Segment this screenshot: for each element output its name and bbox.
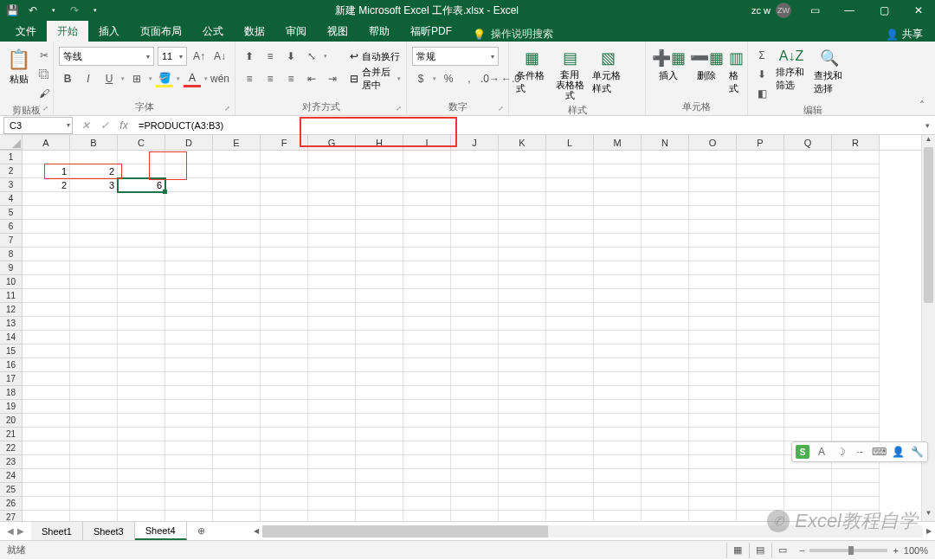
cell-R5[interactable] bbox=[832, 206, 880, 220]
row-header-26[interactable]: 26 bbox=[0, 497, 23, 511]
cell-E26[interactable] bbox=[213, 497, 261, 511]
row-header-7[interactable]: 7 bbox=[0, 234, 23, 248]
cell-K9[interactable] bbox=[499, 261, 546, 275]
cell-A9[interactable] bbox=[23, 261, 70, 275]
cell-K19[interactable] bbox=[499, 400, 546, 414]
cell-K8[interactable] bbox=[499, 248, 546, 261]
sheet-nav-prev-icon[interactable]: ◀ bbox=[7, 526, 14, 536]
cell-G8[interactable] bbox=[308, 248, 356, 261]
cell-K25[interactable] bbox=[499, 483, 546, 497]
tab-review[interactable]: 审阅 bbox=[275, 21, 317, 42]
cell-J9[interactable] bbox=[451, 261, 499, 275]
cell-D20[interactable] bbox=[165, 414, 213, 428]
cell-O13[interactable] bbox=[689, 317, 737, 331]
cell-H6[interactable] bbox=[356, 220, 403, 234]
name-box[interactable]: C3▾ bbox=[3, 117, 73, 134]
user-account[interactable]: zc w ZW bbox=[751, 3, 791, 18]
cell-R11[interactable] bbox=[832, 289, 880, 303]
font-name-combo[interactable]: 等线▾ bbox=[59, 47, 154, 66]
shrink-font-icon[interactable]: A↓ bbox=[211, 48, 229, 65]
percent-icon[interactable]: % bbox=[440, 70, 457, 87]
cell-Q17[interactable] bbox=[784, 372, 832, 386]
cell-B7[interactable] bbox=[70, 234, 118, 248]
cell-N10[interactable] bbox=[642, 275, 689, 289]
cell-G20[interactable] bbox=[308, 414, 356, 428]
cancel-formula-icon[interactable]: ✕ bbox=[76, 117, 95, 134]
cell-O21[interactable] bbox=[689, 428, 737, 441]
cell-D22[interactable] bbox=[165, 441, 213, 455]
cell-O27[interactable] bbox=[689, 511, 737, 521]
undo-dd-icon[interactable]: ▾ bbox=[47, 3, 61, 17]
cell-C9[interactable] bbox=[118, 261, 165, 275]
cell-A13[interactable] bbox=[23, 317, 70, 331]
cell-J8[interactable] bbox=[451, 248, 499, 261]
cell-J1[interactable] bbox=[451, 151, 499, 164]
sheet-tab-3[interactable]: Sheet4 bbox=[135, 522, 187, 540]
cell-P8[interactable] bbox=[737, 248, 784, 261]
cell-G5[interactable] bbox=[308, 206, 356, 220]
cell-K7[interactable] bbox=[499, 234, 546, 248]
cell-P19[interactable] bbox=[737, 400, 784, 414]
cell-F23[interactable] bbox=[261, 455, 308, 469]
cell-I3[interactable] bbox=[403, 178, 451, 192]
tab-insert[interactable]: 插入 bbox=[88, 21, 130, 42]
cell-D19[interactable] bbox=[165, 400, 213, 414]
row-header-22[interactable]: 22 bbox=[0, 441, 23, 455]
cell-A21[interactable] bbox=[23, 428, 70, 441]
cell-F17[interactable] bbox=[261, 372, 308, 386]
cell-K11[interactable] bbox=[499, 289, 546, 303]
cell-R16[interactable] bbox=[832, 358, 880, 372]
cell-M12[interactable] bbox=[594, 303, 642, 317]
cell-styles-button[interactable]: ▧单元格样式 bbox=[590, 47, 625, 97]
cell-A5[interactable] bbox=[23, 206, 70, 220]
cell-P3[interactable] bbox=[737, 178, 784, 192]
col-header-H[interactable]: H bbox=[356, 135, 403, 150]
conditional-format-button[interactable]: ▦条件格式 bbox=[514, 47, 549, 97]
cell-F27[interactable] bbox=[261, 511, 308, 521]
cell-P17[interactable] bbox=[737, 372, 784, 386]
cell-Q1[interactable] bbox=[784, 151, 832, 164]
cell-C14[interactable] bbox=[118, 331, 165, 344]
cell-B18[interactable] bbox=[70, 386, 118, 400]
cell-E2[interactable] bbox=[213, 164, 261, 178]
page-break-view-icon[interactable]: ▭ bbox=[771, 543, 794, 558]
col-header-C[interactable]: C bbox=[118, 135, 165, 150]
cell-K6[interactable] bbox=[499, 220, 546, 234]
cell-G1[interactable] bbox=[308, 151, 356, 164]
cell-O15[interactable] bbox=[689, 344, 737, 358]
cell-E14[interactable] bbox=[213, 331, 261, 344]
cell-J6[interactable] bbox=[451, 220, 499, 234]
cell-H25[interactable] bbox=[356, 483, 403, 497]
cell-E18[interactable] bbox=[213, 386, 261, 400]
cell-Q24[interactable] bbox=[784, 469, 832, 483]
cell-M15[interactable] bbox=[594, 344, 642, 358]
cell-P11[interactable] bbox=[737, 289, 784, 303]
cell-R20[interactable] bbox=[832, 414, 880, 428]
cell-Q18[interactable] bbox=[784, 386, 832, 400]
comma-icon[interactable]: , bbox=[461, 70, 478, 87]
accounting-icon[interactable]: $ bbox=[412, 70, 429, 87]
cell-G13[interactable] bbox=[308, 317, 356, 331]
cell-E17[interactable] bbox=[213, 372, 261, 386]
cell-H8[interactable] bbox=[356, 248, 403, 261]
cell-K22[interactable] bbox=[499, 441, 546, 455]
col-header-Q[interactable]: Q bbox=[784, 135, 832, 150]
cell-L16[interactable] bbox=[546, 358, 594, 372]
cell-L5[interactable] bbox=[546, 206, 594, 220]
cell-K10[interactable] bbox=[499, 275, 546, 289]
cell-R6[interactable] bbox=[832, 220, 880, 234]
cell-J23[interactable] bbox=[451, 455, 499, 469]
cell-G16[interactable] bbox=[308, 358, 356, 372]
cell-E23[interactable] bbox=[213, 455, 261, 469]
cell-B13[interactable] bbox=[70, 317, 118, 331]
cell-F13[interactable] bbox=[261, 317, 308, 331]
hscroll-left-icon[interactable]: ◀ bbox=[250, 527, 262, 535]
cell-N27[interactable] bbox=[642, 511, 689, 521]
tab-view[interactable]: 视图 bbox=[317, 21, 358, 42]
cell-B15[interactable] bbox=[70, 344, 118, 358]
cell-I24[interactable] bbox=[403, 469, 451, 483]
cell-A11[interactable] bbox=[23, 289, 70, 303]
cell-G17[interactable] bbox=[308, 372, 356, 386]
row-header-5[interactable]: 5 bbox=[0, 206, 23, 220]
col-header-P[interactable]: P bbox=[737, 135, 784, 150]
